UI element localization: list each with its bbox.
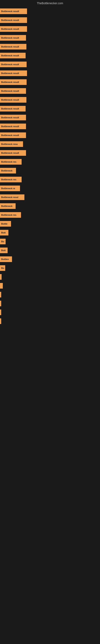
- bar-label: Bottleneck result: [1, 152, 19, 154]
- bottleneck-bar[interactable]: [0, 301, 1, 306]
- bar-row: [0, 273, 100, 280]
- bottleneck-bar[interactable]: Bottleneck result: [0, 26, 27, 32]
- bottleneck-bar[interactable]: Bottleneck result: [0, 115, 26, 120]
- bottleneck-bar[interactable]: Bottle: [0, 221, 11, 226]
- bar-row: Bottleneck result: [0, 149, 100, 156]
- bottleneck-bar[interactable]: Bottleneck res: [0, 159, 22, 164]
- bottleneck-bar[interactable]: Bottleneck result: [0, 106, 26, 112]
- bar-row: Bottleneck resu: [0, 140, 100, 148]
- bar-label: Bottleneck result: [1, 125, 19, 128]
- bar-label: Bo: [1, 267, 4, 269]
- bar-row: Bottleneck res: [0, 158, 100, 166]
- bar-row: Bottleneck result: [0, 8, 100, 15]
- bottleneck-bar[interactable]: Bottleneck: [0, 168, 16, 174]
- bottleneck-bar[interactable]: Bottleneck re: [0, 186, 20, 191]
- bar-row: Bott: [0, 247, 100, 254]
- bar-label: Bottleneck: [1, 170, 12, 172]
- bar-row: Bottleneck res: [0, 211, 100, 218]
- bar-row: [0, 318, 100, 325]
- bottleneck-bar[interactable]: Bo: [0, 265, 5, 271]
- bar-label: Bottleneck result: [1, 37, 19, 39]
- bar-row: Bottleneck result: [0, 61, 100, 68]
- bottleneck-bar[interactable]: Bo: [0, 239, 6, 244]
- bar-label: Bottlen: [1, 258, 9, 260]
- bar-row: Bottleneck: [0, 167, 100, 174]
- bar-label: Bottleneck result: [1, 90, 19, 92]
- bar-label: Bottleneck result: [1, 72, 19, 74]
- bar-label: Bottleneck resul: [1, 196, 18, 198]
- bar-label: Bottleneck result: [1, 81, 19, 83]
- bottleneck-bar[interactable]: [0, 310, 1, 315]
- bar-label: Bottleneck result: [1, 134, 19, 136]
- bottleneck-bar[interactable]: Bott: [0, 230, 8, 236]
- bar-label: Bo: [1, 240, 4, 243]
- bar-label: Bottleneck result: [1, 108, 19, 110]
- bottleneck-bar[interactable]: Bottleneck result: [0, 35, 26, 41]
- bottleneck-bar[interactable]: Bottleneck result: [0, 62, 27, 67]
- bottleneck-bar[interactable]: Bottleneck result: [0, 79, 27, 85]
- bar-label: Bott: [1, 249, 6, 252]
- bottleneck-bar[interactable]: Bottleneck resu: [0, 141, 23, 147]
- bar-row: Bottleneck: [0, 202, 100, 210]
- bar-row: Bottleneck result: [0, 70, 100, 77]
- bar-row: [0, 282, 100, 290]
- bar-row: Bott: [0, 229, 100, 236]
- page-header: TheBottlenecker.com: [0, 0, 100, 6]
- bar-label: Bottleneck res: [1, 214, 16, 216]
- bar-label: Bottleneck res: [1, 160, 16, 163]
- bottleneck-bar[interactable]: Bottleneck result: [0, 150, 26, 156]
- bottleneck-bar[interactable]: Bottleneck result: [0, 44, 26, 50]
- bar-row: Bottleneck result: [0, 87, 100, 94]
- bar-row: Bottleneck result: [0, 123, 100, 130]
- bar-row: Bo: [0, 264, 100, 272]
- bar-row: [0, 291, 100, 298]
- bottleneck-bar[interactable]: Bottleneck result: [0, 53, 26, 58]
- bottleneck-bar[interactable]: Bottleneck result: [0, 17, 27, 23]
- bar-row: Bottleneck result: [0, 105, 100, 112]
- bar-label: Bottleneck result: [1, 63, 19, 66]
- bar-row: Bottleneck result: [0, 43, 100, 50]
- bars-container: Bottleneck resultBottleneck resultBottle…: [0, 6, 100, 328]
- bottleneck-bar[interactable]: Bottleneck result: [0, 132, 26, 138]
- bar-row: Bottleneck result: [0, 16, 100, 24]
- bar-label: Bottleneck result: [1, 10, 19, 12]
- bottleneck-bar[interactable]: Bottlen: [0, 256, 12, 262]
- site-title: TheBottlenecker.com: [37, 2, 63, 5]
- bar-label: Bottleneck result: [1, 54, 19, 57]
- bar-label: Bottleneck result: [1, 46, 19, 48]
- bar-row: Bottleneck result: [0, 114, 100, 121]
- bottleneck-bar[interactable]: Bottleneck res: [0, 212, 21, 218]
- bottleneck-bar[interactable]: Bottleneck resul: [0, 194, 24, 200]
- bar-row: [0, 300, 100, 307]
- bar-label: Bottleneck result: [1, 98, 19, 101]
- bar-label: Bott: [1, 232, 6, 234]
- bar-row: Bottleneck result: [0, 132, 100, 139]
- bar-label: Bottleneck resu: [1, 143, 18, 145]
- bottleneck-bar[interactable]: Bottleneck: [0, 203, 16, 209]
- bar-row: Bottleneck result: [0, 96, 100, 104]
- bar-label: Bottleneck re: [1, 187, 15, 190]
- bar-row: Bottleneck result: [0, 25, 100, 32]
- bar-row: Bottleneck re: [0, 185, 100, 192]
- bar-row: Bottleneck result: [0, 34, 100, 42]
- bar-row: Bottleneck res: [0, 176, 100, 183]
- bottleneck-bar[interactable]: [0, 283, 3, 288]
- bar-row: [0, 309, 100, 316]
- bottleneck-bar[interactable]: [0, 318, 1, 324]
- bottleneck-bar[interactable]: Bottleneck result: [0, 70, 27, 76]
- bottleneck-bar[interactable]: Bott: [0, 248, 8, 253]
- bottleneck-bar[interactable]: Bottleneck res: [0, 177, 22, 182]
- bar-row: Bo: [0, 238, 100, 245]
- bottleneck-bar[interactable]: [0, 274, 1, 280]
- bar-row: Bottleneck result: [0, 52, 100, 59]
- bar-label: Bottleneck result: [1, 19, 19, 21]
- bottleneck-bar[interactable]: [0, 292, 1, 298]
- bar-label: Bottleneck: [1, 205, 12, 207]
- bar-row: Bottle: [0, 220, 100, 228]
- bottleneck-bar[interactable]: Bottleneck result: [0, 88, 26, 94]
- bottleneck-bar[interactable]: Bottleneck result: [0, 97, 26, 103]
- bottleneck-bar[interactable]: Bottleneck result: [0, 124, 26, 129]
- bar-row: Bottleneck result: [0, 78, 100, 86]
- bar-row: Bottlen: [0, 256, 100, 263]
- bottleneck-bar[interactable]: Bottleneck result: [0, 8, 27, 14]
